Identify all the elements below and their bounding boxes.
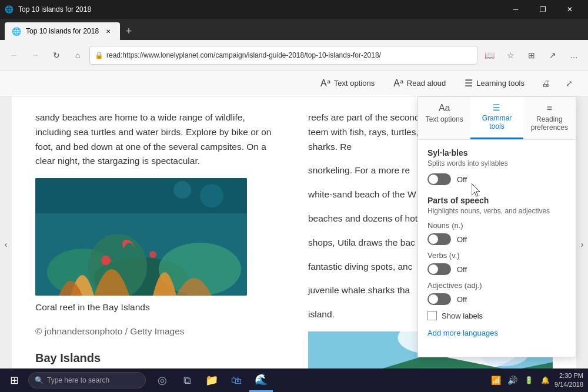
tab-text-options[interactable]: Aa Text options [418,97,470,139]
parts-of-speech-section: Parts of speech Highlights nouns, verbs,… [427,196,566,338]
reader-view-button[interactable]: 📖 [480,46,499,65]
print-button[interactable]: 🖨 [536,74,555,93]
minimize-button[interactable]: ─ [502,0,529,19]
taskbar-network-icon[interactable]: 📶 [489,373,503,387]
taskbar-notifications-icon[interactable]: 🔔 [538,373,552,387]
url-bar[interactable]: 🔒 read:https://www.lonelyplanet.com/camp… [89,46,477,65]
fullscreen-button[interactable]: ⤢ [560,74,579,93]
svg-point-9 [173,181,191,199]
syllables-toggle[interactable] [427,173,451,185]
clock-time: 2:30 PM [554,371,583,380]
pos-desc: Highlights nouns, verbs, and adjectives [427,207,566,215]
favorites-button[interactable]: ☆ [501,46,520,65]
svg-point-6 [149,251,156,258]
article-col-left: sandy beaches are home to a wide range o… [35,110,280,378]
adjectives-toggle-label: Off [457,295,467,304]
taskbar: ⊞ 🔍 Type here to search ◎ ⧉ 📁 🛍 🌊 📶 🔊 🔋 … [0,368,588,392]
nouns-toggle-label: Off [457,235,467,244]
toolbar-right: 📖 ☆ ⊞ ↗ … [480,46,583,65]
window-title: Top 10 islands for 2018 [18,5,91,14]
text-options-label: Text options [334,79,375,88]
read-aloud-button[interactable]: Aᵃ Read aloud [386,74,453,92]
adjectives-toggle-row: Off [427,293,566,305]
tab-close-button[interactable]: ✕ [103,26,113,36]
learning-tools-label: Learning tools [476,79,524,88]
syllables-desc: Splits words into syllables [427,159,566,167]
next-page-arrow[interactable]: › [576,96,588,392]
syllables-toggle-row: Off [427,173,566,185]
panel-body: Syl·la·bles Splits words into syllables … [418,140,576,357]
text-options-icon: Aᵃ [320,78,330,89]
url-text: read:https://www.lonelyplanet.com/campai… [106,51,381,59]
adjectives-label: Adjectives (adj.) [427,281,566,290]
browser-tab[interactable]: 🌐 Top 10 islands for 2018 ✕ [5,22,120,40]
back-button[interactable]: ← [5,46,24,65]
title-bar: 🌐 Top 10 islands for 2018 ─ ❐ ✕ [0,0,588,19]
url-lock-icon: 🔒 [95,51,103,59]
taskbar-cortana[interactable]: ◎ [151,368,174,392]
taskbar-store[interactable]: 🛍 [225,368,248,392]
reading-prefs-tab-label: Reading preferences [527,115,572,132]
taskbar-battery-icon[interactable]: 🔋 [522,373,536,387]
taskbar-edge[interactable]: 🌊 [249,368,273,392]
refresh-button[interactable]: ↻ [47,46,66,65]
fullscreen-icon: ⤢ [566,79,573,88]
taskbar-clock[interactable]: 2:30 PM 9/14/2018 [554,371,583,390]
grammar-tools-tab-icon: ☰ [493,103,500,112]
start-button[interactable]: ⊞ [0,368,28,392]
share-button[interactable]: ↗ [543,46,562,65]
close-button[interactable]: ✕ [556,0,583,19]
show-labels-checkbox[interactable] [427,311,437,320]
reading-prefs-tab-icon: ≡ [547,103,552,113]
adjectives-toggle[interactable] [427,293,451,305]
print-icon: 🖨 [542,79,550,88]
prev-page-arrow[interactable]: ‹ [0,96,12,392]
grammar-tools-tab-label: Grammar tools [474,114,519,130]
address-bar: ← → ↻ ⌂ 🔒 read:https://www.lonelyplanet.… [0,40,588,71]
taskbar-volume-icon[interactable]: 🔊 [505,373,519,387]
verbs-toggle-row: Off [427,263,566,275]
read-aloud-label: Read aloud [407,79,446,88]
new-tab-button[interactable]: + [120,22,138,40]
home-button[interactable]: ⌂ [68,46,87,65]
nouns-label: Nouns (n.) [427,221,566,230]
learning-tools-icon: ☰ [465,78,473,89]
tab-title: Top 10 islands for 2018 [26,27,99,35]
taskbar-task-view[interactable]: ⧉ [175,368,199,392]
text-options-tab-icon: Aa [439,103,450,113]
title-bar-controls: ─ ❐ ✕ [502,0,583,19]
grammar-panel: Aa Text options ☰ Grammar tools ≡ Readin… [417,96,576,357]
nouns-toggle[interactable] [427,233,451,245]
show-labels-row: Show labels [427,311,566,320]
coral-reef-image [35,178,247,296]
settings-more-button[interactable]: … [564,46,583,65]
tab-grammar-tools[interactable]: ☰ Grammar tools [470,97,523,139]
syllables-title: Syl·la·bles [427,148,566,158]
reading-toolbar: Aᵃ Text options Aᵃ Read aloud ☰ Learning… [0,71,588,96]
verbs-toggle[interactable] [427,263,451,275]
taskbar-pinned-apps: ◎ ⧉ 📁 🛍 🌊 [151,368,273,392]
svg-point-5 [101,256,111,265]
tab-reading-prefs[interactable]: ≡ Reading preferences [523,97,576,139]
text-options-button[interactable]: Aᵃ Text options [313,74,382,92]
collections-button[interactable]: ⊞ [522,46,541,65]
text-options-tab-label: Text options [426,115,463,123]
taskbar-search[interactable]: 🔍 Type here to search [28,372,146,388]
verbs-toggle-label: Off [457,265,467,274]
verbs-label: Verbs (v.) [427,251,566,260]
browser-favicon: 🌐 [5,5,14,14]
main-content: ‹ sandy beaches are home to a wide range… [0,96,588,392]
add-languages-link[interactable]: Add more languages [427,329,498,337]
svg-point-8 [200,184,223,207]
restore-button[interactable]: ❐ [529,0,556,19]
taskbar-explorer[interactable]: 📁 [200,368,223,392]
image-credit: © johnandersonphoto / Getty Images [35,324,280,339]
clock-date: 9/14/2018 [554,380,583,389]
syllables-toggle-label: Off [457,175,467,184]
taskbar-search-text: Type here to search [47,376,109,384]
title-bar-left: 🌐 Top 10 islands for 2018 [5,5,91,14]
forward-button[interactable]: → [26,46,45,65]
article-p1: sandy beaches are home to a wide range o… [35,110,280,169]
learning-tools-button[interactable]: ☰ Learning tools [457,74,532,92]
image-caption: Coral reef in the Bay Islands [35,300,280,315]
